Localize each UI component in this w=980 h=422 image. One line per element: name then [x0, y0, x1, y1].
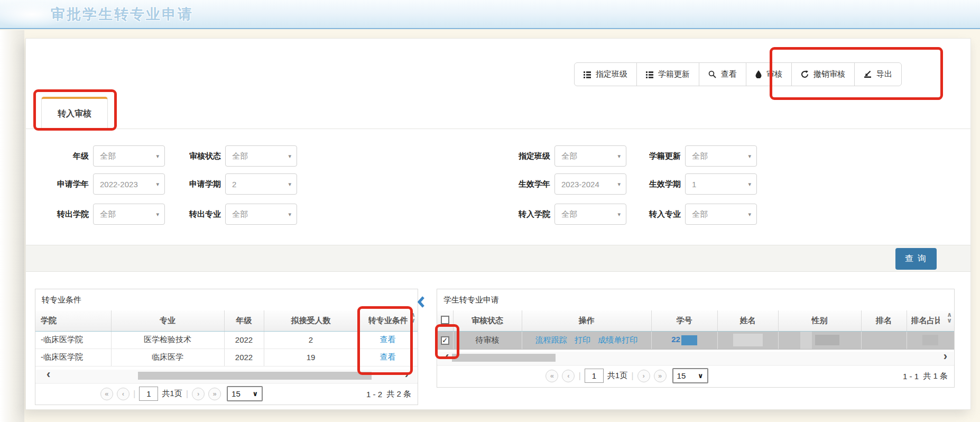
chevron-down-icon: ▾ [288, 211, 291, 218]
print-link[interactable]: 打印 [575, 335, 590, 344]
col-rank[interactable]: 排名 [861, 310, 907, 331]
col-student-id[interactable]: 学号 [651, 310, 717, 331]
search-button[interactable]: 查 询 [895, 248, 937, 270]
field-label: 申请学年 [28, 179, 89, 189]
field-label: 转出专业 [160, 209, 221, 219]
table-row[interactable]: -临床医学院 医学检验技术 2022 2 查看 [35, 331, 418, 348]
to-college-select[interactable]: 全部 ▾ [554, 204, 626, 225]
filter-footer: 查 询 [26, 245, 970, 272]
view-button[interactable]: 查看 [699, 63, 746, 86]
scroll-right-icon[interactable]: › [944, 350, 947, 363]
from-major-select[interactable]: 全部 ▾ [225, 204, 297, 225]
grade-cell: 2022 [224, 331, 264, 348]
page-size-value: 15 [677, 371, 686, 380]
col-grade[interactable]: 年级 [224, 310, 264, 331]
record-range-label: 1 - 2 共 2 条 [366, 383, 411, 405]
audit-status-select[interactable]: 全部 ▾ [225, 145, 297, 167]
button-label: 学籍更新 [658, 69, 690, 79]
redacted-block [733, 334, 763, 346]
total-pages-label: 共1页 [607, 371, 627, 381]
select-value: 1 [692, 180, 748, 189]
sort-icon[interactable]: ∧ ∨ [409, 312, 417, 324]
chevron-down-icon: ∨ [253, 390, 258, 398]
col-actions[interactable]: 操作 [522, 310, 651, 331]
first-page-icon[interactable]: « [546, 370, 558, 382]
prev-page-icon[interactable]: ‹ [562, 370, 575, 382]
cancel-audit-button[interactable]: 撤销审核 [792, 63, 855, 86]
button-label: 导出 [876, 69, 892, 79]
effective-term-select[interactable]: 1 ▾ [685, 173, 757, 195]
col-select [437, 310, 453, 331]
grade-select[interactable]: 全部 ▾ [93, 145, 165, 167]
select-value: 2023-2024 [561, 180, 617, 189]
college-cell: -临床医学院 [35, 348, 111, 366]
chevron-down-icon: ▾ [748, 181, 751, 188]
application-row[interactable]: ✓ 待审核 流程跟踪 打印 成绩单打印 22 [437, 331, 954, 349]
export-button[interactable]: 导出 [855, 63, 901, 86]
scroll-right-icon[interactable]: › [405, 368, 409, 381]
scroll-left-icon[interactable]: ‹ [47, 368, 50, 381]
apply-term-select[interactable]: 2 ▾ [225, 173, 297, 195]
field-assigned-class: 指定班级 全部 ▾ [489, 145, 626, 167]
collapse-panel-icon[interactable] [418, 296, 425, 310]
student-id-cell: 22 [651, 331, 717, 349]
field-status-updated: 学籍更新 全部 ▾ [620, 145, 757, 167]
audit-button[interactable]: 审核 [746, 63, 792, 86]
field-label: 转出学院 [28, 209, 89, 219]
page-header: 审批学生转专业申请 [0, 0, 980, 29]
view-condition-link[interactable]: 查看 [380, 335, 396, 344]
prev-page-icon[interactable]: ‹ [117, 388, 130, 400]
button-label: 审核 [766, 69, 782, 79]
next-page-icon[interactable]: › [192, 388, 205, 400]
select-all-checkbox[interactable] [441, 316, 449, 324]
page-size-select[interactable]: 15 ∨ [672, 368, 708, 383]
status-update-button[interactable]: 学籍更新 [637, 63, 699, 86]
page-size-select[interactable]: 15 ∨ [227, 386, 263, 401]
col-college[interactable]: 学院 [35, 310, 111, 331]
status-updated-select[interactable]: 全部 ▾ [685, 145, 757, 167]
field-apply-year: 申请学年 2022-2023 ▾ [28, 173, 165, 195]
col-audit-status[interactable]: 审核状态 [453, 310, 522, 331]
table-row[interactable]: -临床医学院 临床医学 2022 19 查看 [35, 348, 418, 366]
select-value: 全部 [692, 151, 748, 161]
next-page-icon[interactable]: › [637, 370, 650, 382]
sort-icon[interactable]: ∧ ∨ [945, 312, 954, 324]
scrollbar-thumb[interactable] [452, 354, 556, 362]
process-track-link[interactable]: 流程跟踪 [535, 335, 567, 344]
last-page-icon[interactable]: » [654, 370, 667, 382]
scrollbar-thumb[interactable] [138, 372, 372, 380]
col-major[interactable]: 专业 [111, 310, 224, 331]
transcript-print-link[interactable]: 成绩单打印 [598, 335, 637, 344]
redacted-block [681, 335, 697, 345]
assign-class-button[interactable]: 指定班级 [575, 63, 637, 86]
assigned-class-select[interactable]: 全部 ▾ [554, 145, 626, 167]
effective-year-select[interactable]: 2023-2024 ▾ [554, 173, 626, 195]
button-label: 指定班级 [596, 69, 627, 79]
col-gender[interactable]: 性别 [778, 310, 861, 331]
field-apply-term: 申请学期 2 ▾ [160, 173, 297, 195]
col-rank-pct[interactable]: 排名占比 ∧ ∨ [907, 310, 954, 331]
field-label: 指定班级 [489, 151, 550, 161]
chevron-down-icon: ∨ [698, 372, 704, 380]
name-cell [717, 331, 778, 349]
gender-cell [778, 331, 861, 349]
from-college-select[interactable]: 全部 ▾ [93, 204, 165, 225]
quota-cell: 19 [264, 348, 358, 366]
last-page-icon[interactable]: » [208, 388, 221, 400]
view-condition-link[interactable]: 查看 [380, 352, 396, 361]
sort-desc-icon: ∨ [410, 318, 415, 324]
tab-transfer-in-audit[interactable]: 转入审核 [41, 97, 108, 129]
horizontal-scrollbar: ‹ › [438, 352, 954, 364]
first-page-icon[interactable]: « [100, 388, 113, 400]
col-condition[interactable]: 转专业条件 ∧ ∨ [358, 310, 418, 331]
page-number-input[interactable]: 1 [585, 369, 604, 383]
apply-year-select[interactable]: 2022-2023 ▾ [93, 173, 165, 195]
list-icon [584, 71, 591, 78]
col-name[interactable]: 姓名 [717, 310, 778, 331]
scroll-left-icon[interactable]: ‹ [445, 350, 449, 363]
to-major-select[interactable]: 全部 ▾ [685, 204, 757, 225]
row-checkbox[interactable]: ✓ [441, 336, 449, 345]
page-number-input[interactable]: 1 [139, 387, 158, 401]
col-quota[interactable]: 拟接受人数 [264, 310, 358, 331]
select-value: 全部 [561, 209, 617, 219]
